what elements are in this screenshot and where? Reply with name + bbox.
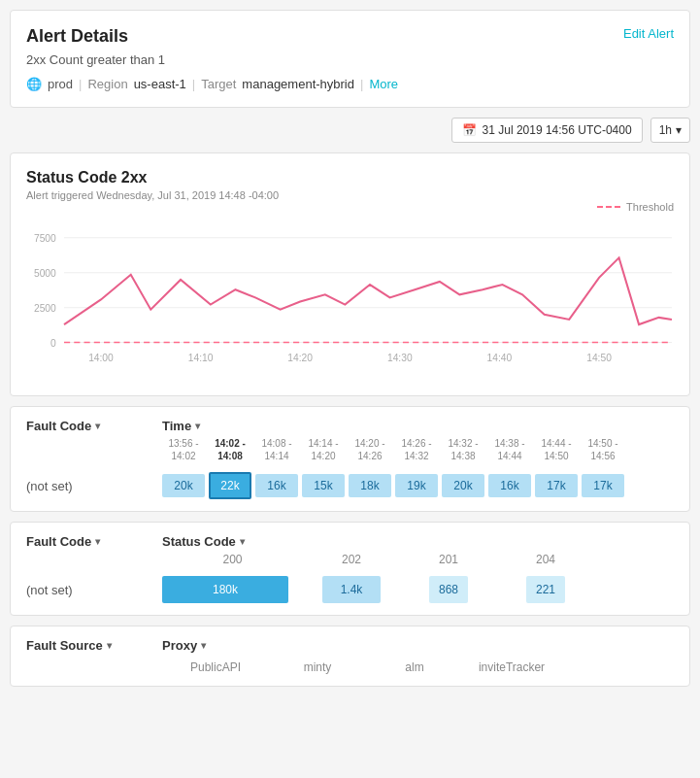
status-col-headers: 200 202 201 204 (11, 549, 689, 570)
svg-text:5000: 5000 (34, 268, 56, 279)
status-col-202: 202 (303, 553, 400, 566)
time-col-2: 14:08 -14:14 (255, 437, 298, 462)
time-cell-2[interactable]: 16k (255, 474, 298, 497)
alert-description: 2xx Count greater than 1 (26, 52, 674, 67)
chevron-down-icon: ▾ (676, 123, 682, 137)
fault-code-chevron: ▾ (95, 421, 100, 431)
status-code-header[interactable]: Status Code ▾ (162, 534, 674, 549)
fault-code-col-header: Fault Code ▾ (26, 419, 162, 433)
fault-code-status-table: Fault Code ▾ Status Code ▾ 200 202 201 2… (10, 522, 690, 616)
fault-code-status-row: (not set) 180k 1.4k 868 221 (11, 570, 689, 615)
status-col-201: 201 (400, 553, 497, 566)
proxy-header[interactable]: Proxy ▾ (162, 638, 674, 653)
alert-details-card: Alert Details Edit Alert 2xx Count great… (10, 10, 690, 108)
chart-svg: 7500 5000 2500 0 14:00 14:10 14:20 14:30… (26, 224, 674, 380)
alert-details-header: Alert Details Edit Alert (26, 26, 674, 47)
row-label-1: (not set) (26, 479, 162, 493)
time-col-0: 13:56 -14:02 (162, 437, 205, 462)
svg-text:7500: 7500 (34, 233, 56, 244)
region-value: us-east-1 (134, 77, 186, 91)
svg-text:0: 0 (50, 338, 56, 349)
fault-code-header-2[interactable]: Fault Code ▾ (26, 534, 162, 549)
target-label: Target (201, 77, 236, 91)
svg-text:14:40: 14:40 (487, 353, 513, 363)
time-cell-6[interactable]: 20k (442, 474, 484, 497)
time-col-3: 14:14 -14:20 (302, 437, 345, 462)
time-col-5: 14:26 -14:32 (395, 437, 438, 462)
time-col-4: 14:20 -14:26 (349, 437, 391, 462)
time-range-select[interactable]: 1h ▾ (650, 118, 690, 143)
proxy-col-invitetracker: inviteTracker (463, 660, 560, 674)
chart-container: 7500 5000 2500 0 14:00 14:10 14:20 14:30… (26, 224, 674, 380)
alert-details-title: Alert Details (26, 26, 128, 47)
time-col-8: 14:44 -14:50 (535, 437, 578, 462)
time-sub-headers: 13:56 -14:02 14:02 -14:08 14:08 -14:14 1… (11, 433, 689, 466)
status-code-chevron: ▾ (240, 536, 245, 547)
time-col-1: 14:02 -14:08 (209, 437, 251, 462)
proxy-col-headers: PublicAPI minty alm inviteTracker (11, 653, 689, 686)
svg-text:2500: 2500 (34, 303, 56, 314)
svg-text:14:20: 14:20 (287, 353, 313, 363)
calendar-icon: 📅 (462, 123, 477, 137)
time-cell-3[interactable]: 15k (302, 474, 345, 497)
svg-text:14:10: 14:10 (188, 353, 214, 363)
status-cell-202[interactable]: 1.4k (322, 576, 381, 603)
time-range-value: 1h (659, 123, 672, 137)
date-picker[interactable]: 📅 31 Jul 2019 14:56 UTC-0400 (451, 118, 643, 143)
threshold-line-sample (597, 206, 620, 208)
status-cell-201[interactable]: 868 (429, 576, 468, 603)
time-col-6: 14:32 -14:38 (442, 437, 484, 462)
chart-card: Status Code 2xx Alert triggered Wednesda… (10, 152, 690, 396)
chart-legend: Threshold (26, 201, 674, 213)
region-label: Region (87, 77, 127, 91)
status-col-204: 204 (497, 553, 594, 566)
fault-code-header[interactable]: Fault Code ▾ (26, 419, 162, 433)
time-cell-5[interactable]: 19k (395, 474, 438, 497)
globe-icon: 🌐 (26, 77, 42, 91)
time-cell-4[interactable]: 18k (349, 474, 391, 497)
svg-text:14:00: 14:00 (88, 353, 114, 363)
fault-code-chevron-2: ▾ (95, 536, 100, 547)
proxy-col-minty: minty (269, 660, 366, 674)
fault-source-header[interactable]: Fault Source ▾ (26, 638, 162, 653)
fault-code-time-row: (not set) 20k 22k 16k 15k 18k 19k 20k 16… (11, 466, 689, 511)
chart-title: Status Code 2xx (26, 169, 674, 186)
fault-code-time-table: Fault Code ▾ Time ▾ 13:56 -14:02 14:02 -… (10, 406, 690, 512)
target-value: management-hybrid (242, 77, 354, 91)
fault-source-chevron: ▾ (107, 640, 112, 651)
svg-text:14:30: 14:30 (387, 353, 413, 363)
time-cell-0[interactable]: 20k (162, 474, 205, 497)
edit-alert-link[interactable]: Edit Alert (623, 26, 674, 41)
fault-source-proxy-table: Fault Source ▾ Proxy ▾ PublicAPI minty a… (10, 626, 690, 687)
status-cell-200[interactable]: 180k (162, 576, 288, 603)
threshold-label: Threshold (626, 201, 674, 213)
alert-meta: 🌐 prod | Region us-east-1 | Target manag… (26, 77, 674, 91)
proxy-col-alm: alm (366, 660, 463, 674)
env-value: prod (48, 77, 73, 91)
time-chevron: ▾ (195, 421, 200, 431)
time-header[interactable]: Time ▾ (162, 419, 674, 433)
time-cell-7[interactable]: 16k (488, 474, 531, 497)
time-controls: 📅 31 Jul 2019 14:56 UTC-0400 1h ▾ (10, 118, 690, 143)
status-cell-204[interactable]: 221 (526, 576, 565, 603)
svg-text:14:50: 14:50 (586, 353, 612, 363)
time-cell-1[interactable]: 22k (209, 472, 251, 499)
chart-subtitle: Alert triggered Wednesday, Jul 31, 2019 … (26, 189, 674, 201)
time-col-9: 14:50 -14:56 (582, 437, 624, 462)
row-label-2: (not set) (26, 583, 162, 597)
status-col-200: 200 (162, 553, 303, 566)
proxy-col-publicapi: PublicAPI (162, 660, 269, 674)
more-link[interactable]: More (369, 77, 398, 91)
time-cell-8[interactable]: 17k (535, 474, 578, 497)
proxy-chevron: ▾ (201, 640, 206, 651)
time-cell-9[interactable]: 17k (582, 474, 624, 497)
time-col-7: 14:38 -14:44 (488, 437, 531, 462)
date-value: 31 Jul 2019 14:56 UTC-0400 (483, 123, 632, 137)
